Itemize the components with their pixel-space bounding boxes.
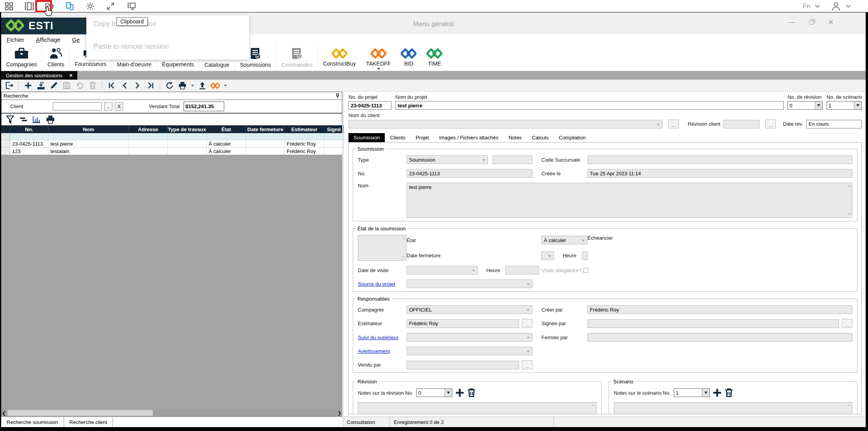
import-icon[interactable] [36,81,46,90]
col-adresse[interactable]: Adresse [129,125,168,133]
toolbar-clients[interactable]: Clients [43,45,70,71]
tab-clients[interactable]: Clients [385,133,411,142]
toolbar-time[interactable]: TIME [421,45,447,71]
scroll-up-icon[interactable]: ˄ [847,184,851,188]
estimateur-lookup-button[interactable]: ... [522,319,532,328]
vendu-par-field[interactable] [407,361,519,369]
col-date-fermeture[interactable]: Date fermeture [246,125,285,133]
no-revision-combo[interactable]: 0 [788,101,823,110]
col-signe[interactable]: Signé [324,125,344,133]
add-revision-icon[interactable] [455,388,464,397]
filter-funnel-icon[interactable] [6,115,14,124]
cree-le-field[interactable]: Tue 25 Apr 2023 11:14 [588,169,852,178]
code-succursale-field[interactable] [588,155,852,164]
brand-menu-dropdown-arrow-icon[interactable] [224,85,227,87]
date-rev-field[interactable]: En cours [806,120,862,128]
scroll-down-icon[interactable]: ˅ [847,212,851,216]
heure-fermeture-field[interactable] [582,251,588,260]
toolbar-bid[interactable]: BID [396,45,421,71]
tab-soumission[interactable]: Soumission [348,133,385,142]
user-chevron-down-icon[interactable] [846,3,851,8]
date-visite-dropdown[interactable] [407,266,478,274]
apps-grid-icon[interactable] [4,1,14,11]
menu-affichage[interactable]: Affichage [36,36,60,43]
tab-images-fichiers[interactable]: Images / Fichiers attachés [434,133,504,142]
revision-client-lookup-button[interactable]: ... [765,119,776,128]
tab-projet[interactable]: Projet [411,133,434,142]
creer-par-field[interactable]: Frédéric Roy [588,305,852,314]
avertissement-dropdown[interactable] [407,347,532,355]
grid-row-1[interactable]: 23-0425-1113 test pierre À calculer Fréd… [1,140,342,148]
scrollbar-thumb[interactable] [7,410,153,416]
takeoff-dropdown-arrow-icon[interactable] [377,68,380,70]
col-nom[interactable]: Nom [48,125,129,133]
col-no[interactable]: No. [10,125,48,133]
minimize-button[interactable]: — [788,19,795,26]
user-profile-icon[interactable] [831,1,841,11]
client-lookup-button[interactable]: .. [104,102,113,110]
tab-notes[interactable]: Notes [504,133,527,142]
add-scenario-icon[interactable] [713,388,722,397]
pin-icon[interactable] [335,93,340,99]
nom-client-dropdown[interactable] [348,120,663,128]
fn-chevron-down-icon[interactable] [815,3,820,8]
nom-projet-field[interactable]: test pierre [395,101,784,110]
echeancier-textarea[interactable]: ˄ ˅ [358,235,407,261]
refresh-icon[interactable] [165,81,174,90]
tab-compilation[interactable]: Compilation [554,133,591,142]
close-button[interactable]: × [827,19,834,26]
scroll-up-icon[interactable]: ˄ [591,404,595,408]
source-projet-dropdown[interactable] [407,280,532,288]
settings-gear-icon[interactable] [85,1,95,11]
date-fermeture-dropdown[interactable] [541,251,554,260]
nom-client-lookup-button[interactable]: ... [668,119,679,128]
type-dropdown[interactable]: Soumission [407,155,488,164]
scroll-left-icon[interactable]: ❮ [1,410,7,416]
notes-revision-dropdown-icon[interactable] [445,389,452,397]
delete-scenario-icon[interactable] [725,388,733,397]
brand-menu-icon[interactable] [211,81,220,90]
no-scenario-dropdown-icon[interactable] [854,102,861,109]
scroll-up-icon[interactable]: ˄ [401,237,405,240]
fn-label[interactable]: Fn [803,3,810,10]
notes-scenario-dropdown-icon[interactable] [702,389,709,397]
menu-fichier[interactable]: Fichier [7,36,24,43]
tab-calculs[interactable]: Calculs [527,133,554,142]
notes-revision-textarea[interactable]: ˄ ˅ [358,402,597,414]
restore-button[interactable] [808,19,815,26]
window-switch-icon[interactable] [24,1,34,11]
client-input[interactable] [53,102,102,110]
tab-gestion-des-soumissions[interactable]: Gestion des soumissions × [1,71,77,80]
scroll-up-icon[interactable]: ˄ [847,404,851,408]
no-scenario-combo[interactable]: 1 [827,101,862,110]
sort-lines-icon[interactable] [20,117,27,122]
monitor-session-icon[interactable] [126,1,136,11]
col-type-travaux[interactable]: Type de travaux [168,125,207,133]
revision-client-field[interactable] [723,120,759,128]
nav-last-icon[interactable] [146,81,155,90]
upload-icon[interactable] [198,81,207,90]
no-field[interactable]: 23-0425-1113 [407,169,532,178]
avertissement-link[interactable]: Avertissement [358,348,407,354]
notes-revision-combo[interactable]: 0 [416,388,452,397]
delete-revision-icon[interactable] [467,388,476,397]
chart-icon[interactable] [33,116,41,123]
toolbar-takeoff[interactable]: TAKEOFF [361,45,396,71]
print-dropdown-arrow-icon[interactable] [191,85,194,87]
add-icon[interactable] [23,81,33,90]
scroll-down-icon[interactable]: ˅ [401,255,405,259]
exit-icon[interactable] [4,81,14,90]
suivi-superieur-dropdown[interactable] [407,333,532,342]
compagnie-dropdown[interactable]: OFFICIEL [407,305,532,314]
toolbar-compagnies[interactable]: Compagnies [1,45,43,71]
etat-dropdown[interactable]: À calculer [541,236,588,244]
nom-textarea[interactable]: test pierre ˄ ˅ [407,183,852,218]
nav-next-icon[interactable] [133,81,142,90]
edit-pencil-icon[interactable] [49,81,59,90]
client-clear-button[interactable]: X [115,102,123,110]
no-revision-dropdown-icon[interactable] [815,102,822,109]
menu-gestion[interactable]: Ge [72,36,80,43]
vendu-par-lookup-button[interactable]: ... [522,360,532,369]
grid-filter-row[interactable] [1,133,342,140]
notes-scenario-textarea[interactable]: ˄ ˅ [614,402,852,414]
